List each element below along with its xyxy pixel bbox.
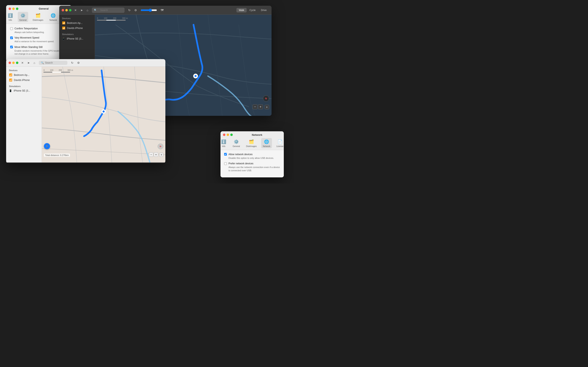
network-titlebar: Network ℹ️ Info ⚙️ General 🗂️ DiskImages… bbox=[221, 131, 284, 150]
tab-general-label: General bbox=[19, 19, 27, 21]
move-standing-row: Move When Standing Still bbox=[10, 46, 67, 49]
close-icon-btn[interactable]: ✕ bbox=[73, 8, 78, 12]
small-wifi-icon-2: 📶 bbox=[9, 78, 12, 82]
small-simulator-se[interactable]: 📱 iPhone SE (3... bbox=[6, 88, 42, 93]
main-compass[interactable]: N bbox=[263, 95, 269, 101]
devices-label: Devices bbox=[59, 17, 95, 20]
net-info-icon: ℹ️ bbox=[221, 139, 227, 145]
small-sim-name: iPhone SE (3... bbox=[14, 89, 30, 92]
net-tab-info-label: Info bbox=[222, 145, 225, 147]
prefer-network-checkbox[interactable] bbox=[224, 162, 227, 165]
network-traffic-lights bbox=[223, 133, 233, 136]
small-device-bedroom[interactable]: 📶 Bedroom Ap... bbox=[6, 72, 42, 77]
confirm-teleportation-checkbox[interactable] bbox=[10, 27, 13, 30]
device-davids-iphone[interactable]: 📶 Davids iPhone bbox=[59, 25, 95, 31]
net-tab-info[interactable]: ℹ️ Info bbox=[221, 138, 228, 148]
small-device-davids[interactable]: 📶 Davids iPhone bbox=[6, 77, 42, 83]
allow-network-row: Allow network devices bbox=[224, 153, 280, 156]
net-tab-license[interactable]: 📄 License bbox=[275, 138, 284, 148]
map-type-icon[interactable]: 🗺 bbox=[160, 8, 164, 12]
small-device-name-1: Bedroom Ap... bbox=[14, 74, 29, 76]
allow-network-label[interactable]: Allow network devices bbox=[228, 153, 252, 156]
zoom-in-button[interactable]: + bbox=[258, 104, 263, 109]
small-close-icon[interactable]: ✕ bbox=[20, 61, 25, 65]
home-icon[interactable]: ⌂ bbox=[86, 8, 89, 12]
small-wifi-icon-1: 📶 bbox=[9, 73, 12, 76]
small-scale-0: 0 bbox=[43, 69, 45, 71]
wifi-icon: 📶 bbox=[62, 21, 65, 25]
route-mode-tabs: Walk Cycle Drive bbox=[236, 8, 269, 12]
pause-button[interactable]: ⏸ bbox=[265, 105, 269, 109]
scale-300m: 300 m bbox=[122, 17, 128, 19]
small-map-svg bbox=[42, 67, 165, 162]
small-close-button[interactable] bbox=[9, 62, 11, 64]
zoom-out-button[interactable]: − bbox=[252, 104, 258, 109]
small-walker-button[interactable]: 🚶 bbox=[44, 143, 50, 149]
close-button[interactable] bbox=[9, 8, 11, 10]
cycle-mode-tab[interactable]: Cycle bbox=[247, 8, 258, 12]
net-tab-general-label: General bbox=[233, 145, 240, 147]
vary-movement-checkbox[interactable] bbox=[10, 36, 13, 39]
tab-network-label: Network bbox=[49, 19, 57, 21]
small-maximize-button[interactable] bbox=[16, 62, 18, 64]
simulator-iphone-se[interactable]: 📱 iPhone SE (3... bbox=[59, 36, 95, 41]
main-map-search-input[interactable] bbox=[98, 8, 122, 12]
tab-diskimages[interactable]: 🗂️ DiskImages bbox=[31, 12, 45, 22]
net-tab-network-label: Network bbox=[263, 145, 270, 147]
device-name-2: Davids iPhone bbox=[67, 27, 83, 30]
device-bedroom-ap[interactable]: 📶 Bedroom Ap... bbox=[59, 20, 95, 25]
vary-movement-row: Vary Movement Speed bbox=[10, 36, 67, 39]
minimize-button[interactable] bbox=[12, 8, 15, 10]
small-compass[interactable]: N bbox=[158, 143, 163, 149]
network-icon: 🌐 bbox=[51, 13, 56, 18]
small-refresh-icon[interactable]: ↻ bbox=[70, 61, 74, 65]
scale-line bbox=[97, 20, 126, 21]
tab-info[interactable]: ℹ️ Info bbox=[6, 12, 15, 22]
scale-100: 100 bbox=[104, 17, 107, 19]
network-maximize-button[interactable] bbox=[230, 133, 233, 136]
small-total-distance: Total distance: 0.276km bbox=[44, 154, 70, 157]
network-close-button[interactable] bbox=[223, 133, 225, 136]
net-general-icon: ⚙️ bbox=[233, 139, 239, 145]
small-zoom-in[interactable]: + bbox=[154, 152, 158, 157]
small-scale-200: 200 bbox=[59, 69, 62, 71]
tab-general[interactable]: ⚙️ General bbox=[18, 12, 28, 22]
network-minimize-button[interactable] bbox=[227, 133, 229, 136]
confirm-teleportation-label[interactable]: Confirm Teleportation bbox=[15, 27, 38, 30]
small-minimize-button[interactable] bbox=[12, 62, 15, 64]
small-scale-100: 100 bbox=[50, 69, 53, 71]
speed-slider[interactable] bbox=[141, 8, 157, 12]
small-home-icon[interactable]: ⌂ bbox=[33, 61, 36, 65]
drive-mode-tab[interactable]: Drive bbox=[259, 8, 269, 12]
prefer-network-desc: Always use the network connection even i… bbox=[228, 166, 280, 172]
location-arrow-icon[interactable]: ➤ bbox=[80, 8, 84, 12]
tab-network[interactable]: 🌐 Network bbox=[48, 12, 59, 22]
small-map-search-input[interactable] bbox=[45, 61, 65, 64]
net-network-icon: 🌐 bbox=[264, 139, 269, 145]
settings-icon[interactable]: ⚙ bbox=[134, 8, 138, 12]
vary-movement-label[interactable]: Vary Movement Speed bbox=[15, 36, 39, 39]
refresh-icon[interactable]: ↻ bbox=[127, 8, 131, 12]
net-tab-diskimages[interactable]: 🗂️ DiskImages bbox=[244, 138, 258, 148]
maximize-button[interactable] bbox=[16, 8, 18, 10]
move-standing-label[interactable]: Move When Standing Still bbox=[15, 46, 43, 49]
small-map-sidebar: Devices 📶 Bedroom Ap... 📶 Davids iPhone … bbox=[6, 67, 42, 162]
allow-network-desc: Disable this option to only allow USB de… bbox=[228, 157, 280, 160]
small-zoom-out[interactable]: − bbox=[149, 152, 153, 157]
network-content: Allow network devices Disable this optio… bbox=[221, 150, 284, 177]
main-minimize-button[interactable] bbox=[65, 9, 68, 11]
allow-network-checkbox[interactable] bbox=[224, 153, 227, 156]
small-map-canvas[interactable]: 0 100 200 300 m 🚶 Total distance: 0.276k… bbox=[42, 67, 165, 162]
prefer-network-label[interactable]: Prefer network devices bbox=[228, 162, 253, 165]
small-settings-icon[interactable]: ⚙ bbox=[76, 61, 81, 65]
network-window: Network ℹ️ Info ⚙️ General 🗂️ DiskImages… bbox=[221, 131, 284, 177]
net-tab-network[interactable]: 🌐 Network bbox=[261, 138, 272, 148]
walk-mode-tab[interactable]: Walk bbox=[236, 8, 247, 12]
simulator-name: iPhone SE (3... bbox=[67, 37, 83, 40]
small-pause-button[interactable]: ⏸ bbox=[159, 153, 163, 157]
main-maximize-button[interactable] bbox=[69, 9, 71, 11]
move-standing-checkbox[interactable] bbox=[10, 46, 13, 48]
net-tab-general[interactable]: ⚙️ General bbox=[231, 138, 242, 148]
main-close-button[interactable] bbox=[62, 9, 64, 11]
small-location-icon[interactable]: ➤ bbox=[26, 61, 31, 65]
